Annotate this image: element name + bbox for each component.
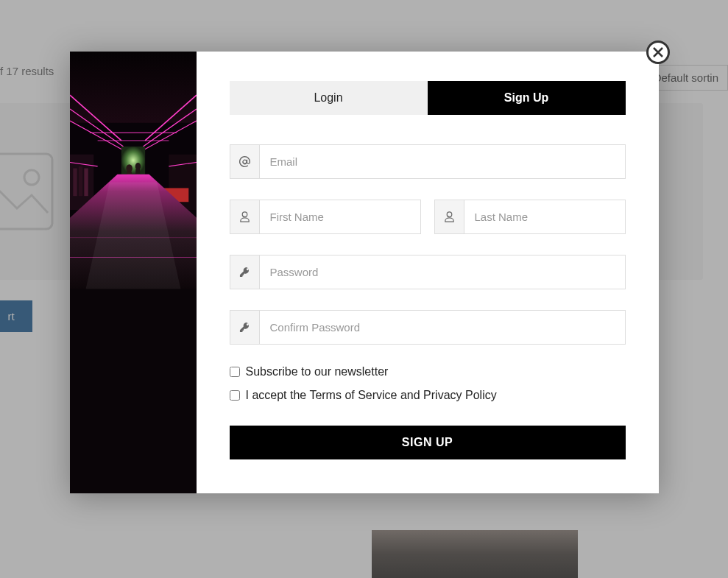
auth-tabs: Login Sign Up bbox=[230, 81, 626, 115]
key-icon bbox=[230, 310, 259, 345]
firstname-group bbox=[230, 200, 421, 234]
svg-rect-16 bbox=[121, 147, 144, 175]
close-icon bbox=[653, 47, 663, 57]
svg-rect-20 bbox=[84, 169, 88, 197]
confirm-password-group bbox=[230, 310, 626, 345]
svg-point-25 bbox=[126, 164, 132, 172]
user-icon bbox=[434, 200, 464, 234]
lastname-input[interactable] bbox=[464, 200, 626, 234]
password-group bbox=[230, 255, 626, 289]
newsletter-row: Subscribe to our newsletter bbox=[230, 365, 626, 378]
firstname-input[interactable] bbox=[259, 200, 421, 234]
svg-point-27 bbox=[135, 163, 141, 170]
modal-overlay: Login Sign Up bbox=[0, 0, 728, 578]
signup-submit-button[interactable]: SIGN UP bbox=[230, 426, 626, 459]
svg-rect-18 bbox=[73, 169, 77, 197]
confirm-password-input[interactable] bbox=[259, 310, 626, 345]
modal-hero-image bbox=[70, 52, 197, 493]
newsletter-checkbox[interactable] bbox=[230, 367, 240, 377]
at-icon bbox=[230, 144, 259, 179]
signup-form: Login Sign Up bbox=[197, 52, 659, 493]
terms-label[interactable]: I accept the Terms of Service and Privac… bbox=[246, 389, 497, 402]
signup-modal: Login Sign Up bbox=[70, 52, 659, 493]
close-button[interactable] bbox=[646, 40, 670, 64]
tab-login[interactable]: Login bbox=[230, 81, 428, 115]
email-input[interactable] bbox=[259, 144, 626, 179]
store-interior-illustration bbox=[70, 52, 197, 289]
user-icon bbox=[230, 200, 259, 234]
terms-row: I accept the Terms of Service and Privac… bbox=[230, 389, 626, 402]
password-input[interactable] bbox=[259, 255, 626, 289]
name-row bbox=[230, 200, 626, 234]
terms-checkbox[interactable] bbox=[230, 390, 240, 401]
lastname-group bbox=[434, 200, 626, 234]
tab-signup[interactable]: Sign Up bbox=[428, 81, 626, 115]
svg-rect-19 bbox=[78, 166, 82, 196]
key-icon bbox=[230, 255, 259, 289]
newsletter-label[interactable]: Subscribe to our newsletter bbox=[246, 365, 389, 378]
email-group bbox=[230, 144, 626, 179]
